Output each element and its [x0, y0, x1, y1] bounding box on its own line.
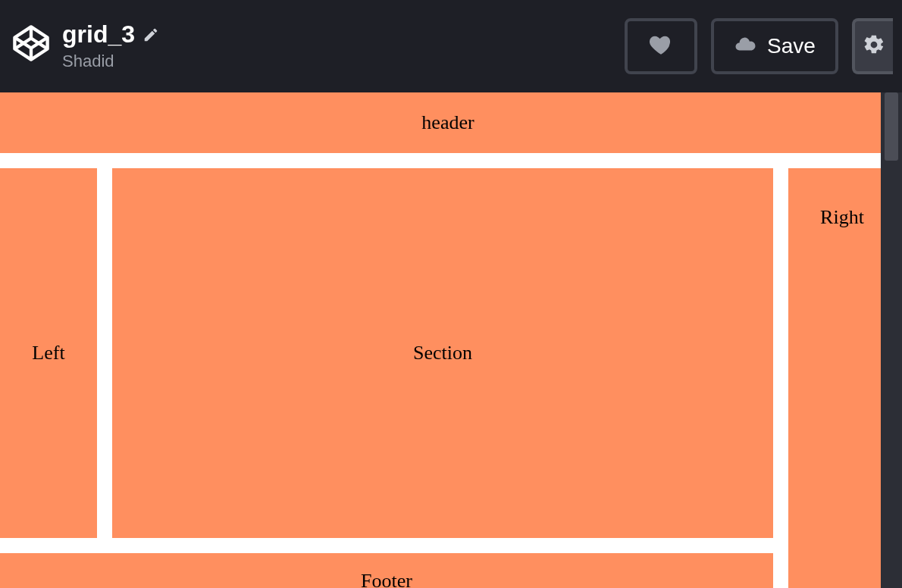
grid-section-label: Section — [413, 342, 472, 364]
grid-right-label: Right — [820, 206, 864, 229]
topbar-actions: Save — [625, 18, 893, 74]
preview-frame[interactable]: header Left Section Right Footer — [0, 92, 881, 588]
grid-right: Right — [788, 168, 881, 588]
grid-header-label: header — [421, 111, 474, 134]
scrollbar-thumb[interactable] — [885, 92, 898, 161]
like-button[interactable] — [625, 18, 697, 74]
codepen-logo[interactable] — [9, 21, 53, 65]
grid-footer-label: Footer — [361, 570, 412, 588]
save-button-label: Save — [767, 34, 816, 58]
pen-title[interactable]: grid_3 — [62, 21, 135, 48]
grid-left-label: Left — [32, 342, 64, 364]
heart-icon — [648, 32, 674, 61]
result-pane: header Left Section Right Footer — [0, 92, 902, 588]
pen-meta: grid_3 Shadid — [62, 21, 159, 70]
grid-section: Section — [112, 168, 773, 538]
topbar: grid_3 Shadid Save — [0, 0, 902, 92]
cloud-icon — [734, 33, 756, 59]
grid-left: Left — [0, 168, 97, 538]
save-button[interactable]: Save — [711, 18, 838, 74]
grid-demo: header Left Section Right Footer — [0, 92, 881, 588]
pencil-icon[interactable] — [143, 27, 159, 43]
settings-button[interactable] — [852, 18, 893, 74]
gear-icon — [863, 33, 885, 59]
grid-footer: Footer — [0, 553, 773, 588]
scrollbar-track[interactable] — [881, 92, 902, 588]
pen-author[interactable]: Shadid — [62, 52, 159, 71]
grid-header: header — [0, 92, 881, 153]
